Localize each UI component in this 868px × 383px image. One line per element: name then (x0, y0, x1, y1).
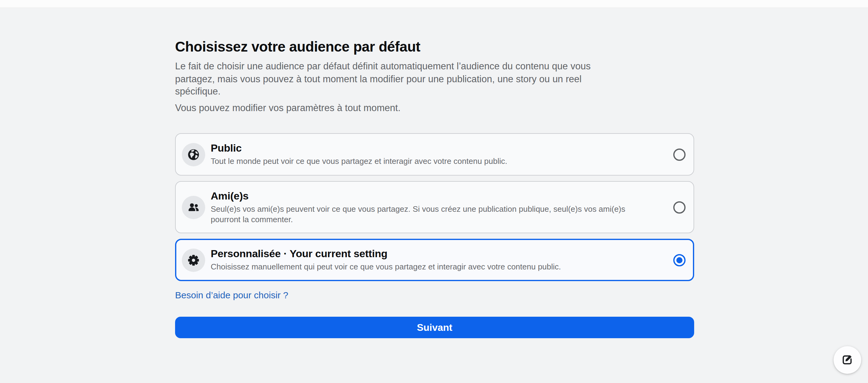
option-description: Tout le monde peut voir ce que vous part… (211, 157, 652, 167)
gear-icon (182, 248, 205, 272)
radio-friends[interactable] (673, 201, 686, 213)
option-card-friends[interactable]: Ami(e)s Seul(e)s vos ami(e)s peuvent voi… (175, 181, 694, 233)
page-description: Le fait de choisir une audience par défa… (175, 60, 625, 98)
option-description: Seul(e)s vos ami(e)s peuvent voir ce que… (211, 204, 652, 224)
edit-fab-button[interactable] (834, 346, 861, 374)
next-button[interactable]: Suivant (175, 317, 694, 338)
radio-custom[interactable] (673, 254, 686, 266)
option-title: Public (211, 142, 652, 155)
edit-icon (841, 353, 854, 367)
option-title: Personnalisée · Your current setting (211, 248, 652, 260)
radio-public[interactable] (673, 148, 686, 161)
option-description: Choisissez manuellement qui peut voir ce… (211, 263, 652, 273)
option-title: Ami(e)s (211, 190, 652, 203)
page-title: Choisissez votre audience par défaut (175, 0, 694, 55)
option-card-custom[interactable]: Personnalisée · Your current setting Cho… (175, 239, 694, 281)
help-link[interactable]: Besoin d’aide pour choisir ? (175, 289, 288, 301)
content-column: Choisissez votre audience par défaut Le … (175, 0, 694, 338)
globe-icon (182, 143, 205, 166)
audience-options-list: Public Tout le monde peut voir ce que vo… (175, 133, 694, 281)
audience-settings-page: Choisissez votre audience par défaut Le … (0, 0, 868, 383)
option-text-block: Personnalisée · Your current setting Cho… (211, 248, 668, 273)
friends-icon (182, 196, 205, 219)
page-note: Vous pouvez modifier vos paramètres à to… (175, 102, 694, 114)
option-text-block: Public Tout le monde peut voir ce que vo… (211, 142, 668, 167)
option-text-block: Ami(e)s Seul(e)s vos ami(e)s peuvent voi… (211, 190, 668, 224)
option-card-public[interactable]: Public Tout le monde peut voir ce que vo… (175, 133, 694, 176)
